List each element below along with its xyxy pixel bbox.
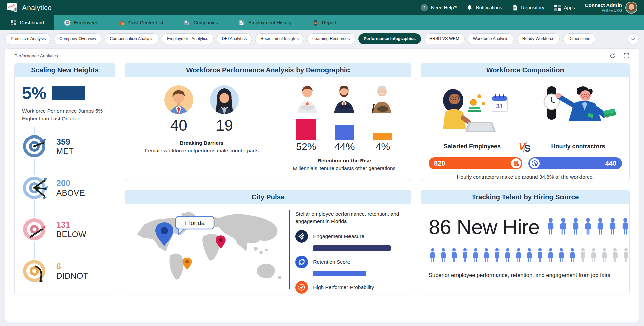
- pill-learning-resources[interactable]: Learning Resources: [307, 33, 355, 44]
- clipboard-icon: [238, 19, 245, 26]
- metric-high-performer: High Performer Probability: [295, 281, 402, 294]
- user-org: Prithwi UKG: [585, 8, 622, 13]
- performance-analytics-panel: Perfomance Analytics Scaling New Heights…: [5, 48, 639, 322]
- vs-separator: VS: [516, 141, 535, 152]
- notifications-label: Notifications: [476, 5, 502, 10]
- panel-title: Perfomance Analytics: [14, 53, 58, 58]
- new-hire-headline: 86 New Hire: [429, 215, 539, 239]
- bell-icon: [467, 5, 473, 11]
- pill-compensation-analysis[interactable]: Compensation Analysis: [104, 33, 159, 44]
- card-title: Tracking Talent by Hiring Source: [421, 190, 629, 204]
- pictogram-gray-group: [579, 248, 630, 264]
- city-pulse-description: Stellar employee performance, retention,…: [295, 210, 402, 225]
- stat-bar: [52, 86, 85, 100]
- engagement-icon: [295, 230, 308, 243]
- need-help-button[interactable]: Need Help?: [421, 4, 457, 11]
- pill-dei-analytics[interactable]: DEI Analytics: [217, 33, 252, 44]
- user-name: Connect Admin: [585, 2, 622, 8]
- retention-value: 4%: [376, 141, 390, 152]
- dashboard-icon: [10, 19, 17, 26]
- document-icon: [512, 5, 518, 11]
- pill-ready-workforce[interactable]: Ready Workforce: [517, 33, 560, 44]
- repository-button[interactable]: Repository: [512, 5, 544, 11]
- tab-cost-center-list[interactable]: Cost Center List: [108, 15, 173, 30]
- money-bag-icon: [118, 19, 125, 26]
- hiring-source-card: Tracking Talent by Hiring Source 86 New …: [421, 190, 630, 294]
- fullscreen-icon[interactable]: [623, 53, 630, 59]
- female-avatar: [210, 85, 239, 114]
- tab-employees[interactable]: Employees: [54, 15, 108, 30]
- retention-col: 4%: [373, 133, 392, 152]
- target-missed-low-icon: [21, 216, 48, 243]
- hourly-count: 440: [605, 160, 616, 167]
- calendar-day: 31: [496, 103, 503, 110]
- tab-label: Employment History: [248, 20, 292, 25]
- person-icon: [590, 248, 598, 264]
- goal-target-list: 359 MET 200: [21, 133, 109, 284]
- target-value: 131: [56, 220, 86, 230]
- pill-recruitment-insights[interactable]: Recruitment Insights: [255, 33, 304, 44]
- pill-employment-analytics[interactable]: Employment Analytics: [162, 33, 213, 44]
- demographic-analysis-card: Workforce Performance Analysis by Demogr…: [125, 63, 411, 181]
- employees-icon: [64, 19, 71, 26]
- person-icon: [608, 217, 618, 237]
- pill-predictive-analysis[interactable]: Predictive Analysis: [5, 33, 51, 44]
- retention-value: 52%: [296, 141, 316, 152]
- salaried-employee-illustration: 31: [429, 82, 517, 139]
- pill-performance-infographics[interactable]: Performance Infographics: [358, 33, 421, 44]
- filter-pill-bar: Predictive Analysis Company Overview Com…: [0, 30, 644, 47]
- retention-headline: Retention on the Rise: [318, 158, 371, 164]
- target-label: BELOW: [56, 230, 86, 239]
- tab-label: Companies: [194, 20, 218, 25]
- tab-dashboard[interactable]: Dashboard: [0, 15, 54, 30]
- pill-dimensions[interactable]: Dimensions: [563, 33, 595, 44]
- metric-bar: [313, 271, 366, 276]
- refresh-icon[interactable]: [609, 53, 616, 59]
- person-icon: [429, 248, 437, 264]
- gender-headline: Breaking Barriers: [180, 140, 223, 146]
- city-pulse-card: City Pulse: [125, 190, 411, 294]
- person-icon: [525, 248, 533, 264]
- person-icon: [472, 248, 480, 264]
- retention-icon: [295, 256, 308, 268]
- person-icon: [461, 248, 469, 264]
- card-title: City Pulse: [125, 190, 411, 204]
- tab-employment-history[interactable]: Employment History: [228, 15, 302, 30]
- retention-subtitle: Millennials’ tenure outlasts other gener…: [293, 165, 395, 171]
- card-title: Scaling New Heights: [15, 63, 115, 77]
- tab-companies[interactable]: Companies: [173, 15, 228, 30]
- building-icon: [183, 19, 190, 26]
- target-label: ABOVE: [56, 188, 85, 198]
- target-hit-icon: [21, 133, 48, 160]
- tab-report[interactable]: Report: [302, 15, 347, 30]
- person-icon: [558, 217, 568, 237]
- apps-button[interactable]: Apps: [554, 5, 575, 11]
- retention-bar-chart: 52% 44% 4%: [287, 119, 402, 152]
- retention-bar: [296, 119, 316, 140]
- female-count: 19: [216, 116, 233, 134]
- card-title: Workforce Performance Analysis by Demogr…: [125, 63, 411, 77]
- tab-label: Employees: [74, 20, 98, 25]
- target-missed-icon: [21, 258, 48, 284]
- retention-value: 44%: [334, 141, 355, 152]
- pill-company-overview[interactable]: Company Overview: [54, 33, 101, 44]
- app-logo: Analytico: [7, 3, 52, 12]
- notifications-button[interactable]: Notifications: [467, 5, 502, 11]
- person-icon: [450, 248, 458, 264]
- tab-label: Report: [322, 20, 337, 25]
- workforce-composition-card: Workforce Composition: [421, 63, 630, 181]
- person-icon: [547, 248, 555, 264]
- repository-label: Repository: [521, 5, 544, 10]
- pill-hrsd-vs-wfm[interactable]: HRSD VS WFM: [424, 33, 465, 44]
- pills-expand-button[interactable]: [628, 33, 639, 44]
- person-icon: [557, 248, 566, 264]
- metric-label: High Performer Probability: [313, 284, 374, 290]
- florida-callout: Florida: [176, 216, 214, 234]
- apps-label: Apps: [564, 5, 575, 10]
- pill-workforce-analysis[interactable]: Workforce Analysis: [468, 33, 514, 44]
- user-menu[interactable]: Connect Admin Prithwi UKG: [585, 2, 637, 14]
- target-label: DIDNOT: [56, 271, 88, 281]
- high-performer-icon: [295, 281, 308, 294]
- help-icon: [421, 4, 428, 11]
- person-icon: [493, 248, 501, 264]
